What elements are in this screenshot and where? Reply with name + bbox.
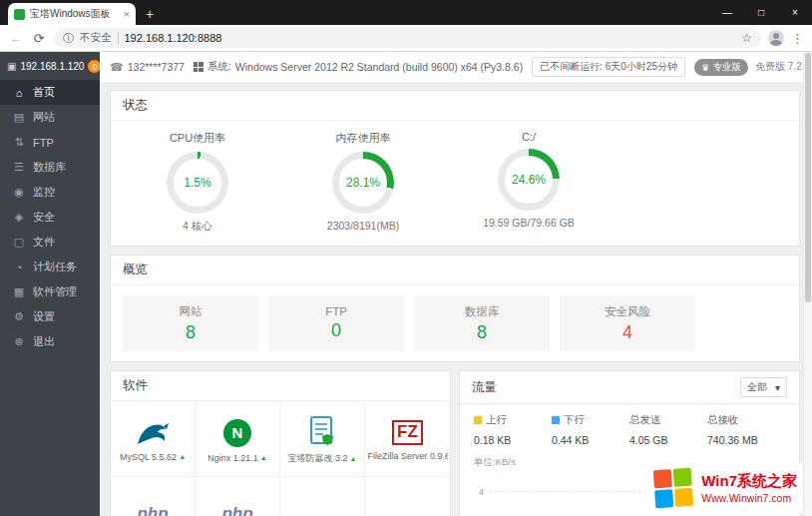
sidebar-item-home[interactable]: ⌂ 首页 [0, 80, 100, 105]
overview-panel-title: 概览 [111, 256, 799, 285]
system-label: 系统: [207, 60, 231, 74]
version-text: 免费版 7.2.0 [755, 60, 810, 74]
back-icon[interactable]: ← [8, 31, 24, 46]
software-item-php-2[interactable]: php [196, 477, 280, 516]
software-item-filezilla[interactable]: FZ FileZilla Server 0.9.60 [365, 401, 450, 477]
sidebar-item-security[interactable]: ◈ 安全 [0, 205, 100, 230]
logout-icon: ⊗ [13, 335, 25, 348]
browser-tab[interactable]: 宝塔Windows面板 × [8, 3, 136, 25]
sidebar-item-database[interactable]: ☰ 数据库 [0, 155, 100, 180]
refresh-icon[interactable]: ⟳ [31, 31, 47, 46]
stat-value: 0.44 KB [552, 434, 629, 446]
update-available-icon: ▲ [260, 454, 267, 461]
browser-window: 宝塔Windows面板 × + — □ × ← ⟳ ⓘ 不安全 192.168.… [0, 0, 812, 516]
filezilla-icon: FZ [392, 420, 423, 445]
sidebar-item-logout[interactable]: ⊗ 退出 [0, 329, 100, 354]
pro-version-badge[interactable]: ♛ 专业版 [694, 59, 748, 76]
sidebar-item-site[interactable]: ▤ 网站 [0, 105, 100, 130]
software-item-tamper-proof[interactable]: 宝塔防篡改 3.2 ▲ [280, 401, 365, 477]
traffic-filter-select[interactable]: 全部 ▾ [740, 377, 787, 397]
header-actions: ♛ 专业版 免费版 7.2.0 更新 修复 重启 [694, 59, 812, 76]
stat-value: 740.36 MB [707, 434, 785, 446]
software-name: Nginx 1.21.1 [207, 453, 258, 463]
overview-ftp[interactable]: FTP 0 [268, 295, 404, 351]
close-button[interactable]: × [778, 0, 812, 25]
scrollbar-thumb[interactable] [805, 53, 811, 302]
overview-value: 8 [186, 322, 196, 343]
overview-label: 数据库 [465, 304, 500, 319]
overview-sites[interactable]: 网站 8 [123, 295, 258, 351]
dashboard-content: 状态 CPU使用率 1.5% 4 核心 内存使用率 28.1% [100, 82, 812, 516]
sidebar: ▣ 192.168.1.120 0 ⌂ 首页 ▤ 网站 ⇅ FTP ☰ 数据库 … [0, 52, 100, 516]
sidebar-item-settings[interactable]: ⚙ 设置 [0, 304, 100, 329]
gauge-sub: 4 核心 [139, 220, 256, 234]
sidebar-item-label: FTP [33, 137, 54, 149]
system-value: Windows Server 2012 R2 Standard (build 9… [235, 61, 523, 73]
sidebar-item-ftp[interactable]: ⇅ FTP [0, 130, 100, 155]
gauge-sub: 19.59 GB/79.66 GB [470, 217, 588, 229]
overview-value: 0 [331, 320, 341, 341]
maximize-button[interactable]: □ [744, 0, 778, 25]
php-icon: php [137, 504, 168, 516]
software-name: MySQL 5.5.62 [120, 452, 177, 462]
mysql-icon [136, 420, 170, 446]
cpu-ring: 1.5% [167, 152, 228, 214]
traffic-panel-title: 流量 [472, 379, 497, 396]
software-icon: ▦ [13, 285, 25, 298]
page-scrollbar[interactable] [803, 52, 812, 516]
watermark: Win7系统之家 Www.Winwin7.com [642, 463, 809, 513]
sidebar-item-files[interactable]: ▢ 文件 [0, 230, 100, 255]
software-item-php-1[interactable]: php [111, 477, 196, 516]
gauge-value: 1.5% [174, 159, 221, 207]
browser-menu-icon[interactable]: ⋮ [791, 31, 804, 46]
software-item-nginx[interactable]: N Nginx 1.21.1 ▲ [196, 401, 280, 477]
home-icon: ⌂ [13, 87, 25, 99]
sidebar-item-label: 首页 [33, 85, 55, 100]
trophy-icon: ♛ [701, 62, 710, 73]
traffic-stat-total-received: 总接收 740.36 MB [707, 413, 785, 446]
database-icon: ☰ [13, 161, 25, 174]
cpu-gauge: CPU使用率 1.5% 4 核心 [139, 131, 256, 234]
sidebar-item-label: 数据库 [33, 160, 66, 175]
php-icon: php [221, 504, 252, 516]
status-panel-title: 状态 [111, 91, 799, 121]
minimize-button[interactable]: — [710, 0, 744, 25]
overview-label: 安全风险 [605, 304, 650, 319]
memory-ring: 28.1% [332, 152, 394, 214]
profile-icon[interactable] [768, 30, 784, 46]
info-icon[interactable]: ⓘ [63, 31, 74, 46]
windows-icon [194, 62, 203, 72]
software-name: 宝塔防篡改 3.2 [288, 452, 348, 465]
sidebar-item-label: 设置 [33, 309, 55, 324]
address-bar[interactable]: ⓘ 不安全 192.168.1.120:8888 ☆ [54, 28, 761, 48]
sidebar-item-label: 监控 [33, 185, 55, 200]
browser-urlbar: ← ⟳ ⓘ 不安全 192.168.1.120:8888 ☆ ⋮ [0, 25, 812, 52]
sidebar-server[interactable]: ▣ 192.168.1.120 0 [0, 52, 100, 80]
memory-gauge: 内存使用率 28.1% 2303/8191(MB) [304, 131, 422, 234]
account-phone[interactable]: ☎ 132****7377 [110, 61, 185, 74]
software-panel: 软件 MySQL 5.5.62 ▲ [110, 370, 451, 516]
software-panel-title: 软件 [111, 371, 450, 401]
phone-icon: ☎ [110, 61, 124, 74]
gauge-label: CPU使用率 [139, 131, 256, 146]
bookmark-star-icon[interactable]: ☆ [741, 31, 752, 45]
divider [118, 32, 119, 44]
url-text[interactable]: 192.168.1.120:8888 [125, 32, 736, 44]
sidebar-item-cron[interactable]: ◔ 计划任务 [0, 255, 100, 279]
up-legend-swatch [474, 416, 482, 424]
sidebar-item-monitor[interactable]: ◉ 监控 [0, 180, 100, 205]
nginx-icon: N [223, 419, 251, 447]
stat-value: 0.18 KB [474, 434, 552, 446]
uptime-badge: 已不间断运行: 6天0小时25分钟 [532, 57, 685, 77]
sidebar-item-label: 退出 [33, 334, 55, 349]
overview-databases[interactable]: 数据库 8 [414, 295, 550, 351]
system-info: 系统: Windows Server 2012 R2 Standard (bui… [194, 60, 523, 74]
overview-label: FTP [325, 305, 347, 317]
site-favicon [14, 9, 25, 20]
sidebar-item-software[interactable]: ▦ 软件管理 [0, 279, 100, 304]
overview-security-risk[interactable]: 安全风险 4 [560, 295, 695, 351]
tab-close-icon[interactable]: × [124, 9, 130, 20]
tab-title: 宝塔Windows面板 [30, 7, 119, 21]
new-tab-button[interactable]: + [146, 7, 154, 21]
software-item-mysql[interactable]: MySQL 5.5.62 ▲ [111, 401, 196, 477]
